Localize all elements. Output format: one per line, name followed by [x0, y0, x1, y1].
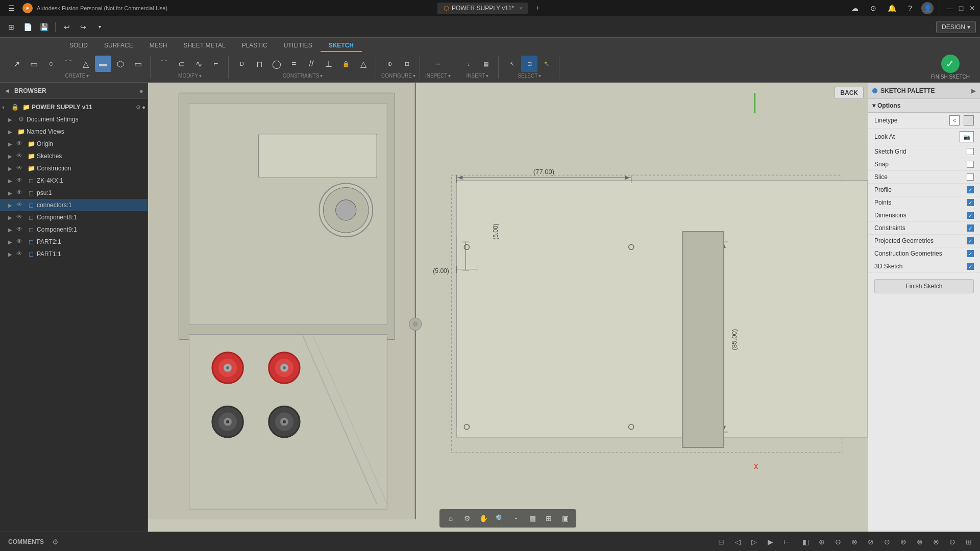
- file-icon[interactable]: 📄: [20, 20, 35, 34]
- parallel-constraint-tool[interactable]: //: [303, 56, 320, 72]
- offset-curve-tool[interactable]: ⊂: [173, 56, 189, 72]
- triangle-tool[interactable]: △: [78, 56, 94, 72]
- finish-sketch-palette-button[interactable]: Finish Sketch: [874, 279, 974, 293]
- bottom-tool-3[interactable]: ▷: [747, 535, 761, 549]
- dim-tool[interactable]: D: [234, 56, 250, 72]
- browser-item-part2[interactable]: ▶ 👁 ◻ PART2:1: [0, 236, 148, 248]
- undo-icon[interactable]: ↩: [60, 20, 74, 34]
- new-tab-button[interactable]: +: [532, 3, 543, 13]
- part2-eye-icon[interactable]: 👁: [16, 238, 24, 246]
- tab-sheet-metal[interactable]: SHEET METAL: [175, 40, 233, 52]
- bottom-tool-15[interactable]: ⊝: [945, 535, 960, 549]
- construction-geometries-checkbox[interactable]: [967, 250, 974, 257]
- tab-plastic[interactable]: PLASTIC: [234, 40, 276, 52]
- palette-collapse-icon[interactable]: ▶: [971, 87, 976, 94]
- bottom-tool-7[interactable]: ⊕: [815, 535, 829, 549]
- bottom-tool-13[interactable]: ⊛: [913, 535, 927, 549]
- grid-menu-icon[interactable]: ⊞: [4, 20, 18, 34]
- close-button[interactable]: ✕: [969, 5, 976, 12]
- back-button[interactable]: BACK: [835, 87, 864, 99]
- trim-tool[interactable]: ⌐: [208, 56, 224, 72]
- linetype-left-button[interactable]: <: [949, 115, 960, 126]
- lock-constraint-tool[interactable]: 🔒: [338, 56, 354, 72]
- component9-eye-icon[interactable]: 👁: [16, 226, 24, 234]
- browser-pin-icon[interactable]: ●: [139, 87, 143, 95]
- component8-eye-icon[interactable]: 👁: [16, 213, 24, 221]
- measure-tool[interactable]: ↔: [430, 56, 446, 72]
- browser-root-item[interactable]: ▾ 🔒 📁 POWER SUPPLY v11 ⚙ ●: [0, 101, 148, 113]
- points-checkbox[interactable]: [967, 199, 974, 206]
- perp-constraint-tool[interactable]: ⊥: [321, 56, 337, 72]
- bottom-tool-10[interactable]: ⊘: [864, 535, 878, 549]
- arc-tool[interactable]: ⌒: [60, 56, 77, 72]
- bottom-tool-6[interactable]: ◧: [798, 535, 813, 549]
- rect-filled-tool[interactable]: ▬: [95, 56, 111, 72]
- insert-label[interactable]: INSERT ▾: [467, 73, 489, 79]
- browser-item-construction[interactable]: ▶ 👁 📁 Construction: [0, 162, 148, 174]
- cloud-sync-icon[interactable]: ☁: [848, 1, 862, 15]
- rect-slot-tool[interactable]: ▭: [130, 56, 146, 72]
- hexagon-tool[interactable]: ⬡: [112, 56, 129, 72]
- rect-constraint-tool[interactable]: ⊓: [251, 56, 267, 72]
- construction-eye-icon[interactable]: 👁: [16, 164, 24, 172]
- canvas-zoom-in-icon[interactable]: 🔍: [493, 511, 507, 525]
- help-icon[interactable]: ?: [903, 1, 917, 15]
- root-menu-icon[interactable]: ●: [142, 104, 145, 110]
- browser-item-connectors[interactable]: ▶ 👁 ◻ connectors:1: [0, 199, 148, 211]
- canvas-display-3-icon[interactable]: ▣: [558, 511, 572, 525]
- projected-geometries-checkbox[interactable]: [967, 237, 974, 244]
- psu-eye-icon[interactable]: 👁: [16, 189, 24, 197]
- design-dropdown-button[interactable]: DESIGN ▾: [936, 21, 976, 33]
- notifications-icon[interactable]: 🔔: [885, 1, 899, 15]
- canvas-pan-icon[interactable]: ✋: [476, 511, 491, 525]
- constraints-label[interactable]: CONSTRAINTS ▾: [283, 73, 323, 79]
- configure-tool-2[interactable]: ⊞: [399, 56, 415, 72]
- fillet-tool[interactable]: ⌒: [156, 56, 172, 72]
- app-menu-icon[interactable]: ☰: [4, 1, 18, 15]
- maximize-button[interactable]: □: [958, 5, 965, 12]
- tab-mesh[interactable]: MESH: [141, 40, 176, 52]
- select-tool-1[interactable]: ↖: [504, 56, 520, 72]
- modify-label[interactable]: MODIFY ▾: [178, 73, 202, 79]
- canvas[interactable]: (85.00) (77.00) (5.00) (5.00) BACK X ⌂ ⚙…: [148, 83, 868, 532]
- dimensions-checkbox[interactable]: [967, 212, 974, 219]
- origin-eye-icon[interactable]: 👁: [16, 140, 24, 148]
- canvas-display-1-icon[interactable]: ▦: [525, 511, 540, 525]
- profile-icon[interactable]: 👤: [921, 2, 934, 14]
- undo-dropdown-icon[interactable]: ▾: [92, 20, 107, 34]
- bottom-tool-1[interactable]: ⊟: [714, 535, 728, 549]
- root-settings-icon[interactable]: ⚙: [136, 104, 141, 111]
- browser-collapse-icon[interactable]: ◄: [4, 87, 10, 94]
- cursor-tool[interactable]: ↖: [538, 56, 555, 72]
- insert-tool-1[interactable]: ↓: [460, 56, 477, 72]
- inspect-label[interactable]: INSPECT ▾: [425, 73, 451, 79]
- bottom-tool-2[interactable]: ◁: [730, 535, 745, 549]
- browser-item-zk4kx[interactable]: ▶ 👁 ◻ ZK-4KX:1: [0, 174, 148, 187]
- sketch-grid-checkbox[interactable]: [967, 148, 974, 155]
- account-icon[interactable]: ⊙: [866, 1, 880, 15]
- create-label[interactable]: CREATE ▾: [65, 73, 89, 79]
- spline-tool[interactable]: ∿: [190, 56, 207, 72]
- part1-eye-icon[interactable]: 👁: [16, 250, 24, 258]
- bottom-tool-9[interactable]: ⊗: [847, 535, 862, 549]
- profile-checkbox[interactable]: [967, 186, 974, 193]
- circle-tool[interactable]: ○: [43, 56, 59, 72]
- linetype-right-button[interactable]: [964, 115, 974, 126]
- 3d-sketch-checkbox[interactable]: [967, 263, 974, 270]
- save-icon[interactable]: 💾: [37, 20, 51, 34]
- canvas-display-2-icon[interactable]: ⊞: [542, 511, 556, 525]
- bottom-tool-12[interactable]: ⊚: [896, 535, 911, 549]
- browser-item-origin[interactable]: ▶ 👁 📁 Origin: [0, 138, 148, 150]
- tab-sketch[interactable]: SKETCH: [321, 40, 362, 52]
- insert-tool-2[interactable]: ▦: [478, 56, 494, 72]
- bottom-tool-8[interactable]: ⊖: [831, 535, 845, 549]
- triangle-constraint-tool[interactable]: △: [355, 56, 372, 72]
- tab-utilities[interactable]: UTILITIES: [276, 40, 321, 52]
- tab-solid[interactable]: SOLID: [61, 40, 96, 52]
- rect-tool[interactable]: ▭: [26, 56, 42, 72]
- tab-surface[interactable]: SURFACE: [96, 40, 141, 52]
- tab-close-icon[interactable]: ×: [519, 6, 522, 11]
- canvas-settings-icon[interactable]: ⚙: [460, 511, 474, 525]
- line-tool[interactable]: ↗: [8, 56, 24, 72]
- bottom-tool-11[interactable]: ⊙: [880, 535, 894, 549]
